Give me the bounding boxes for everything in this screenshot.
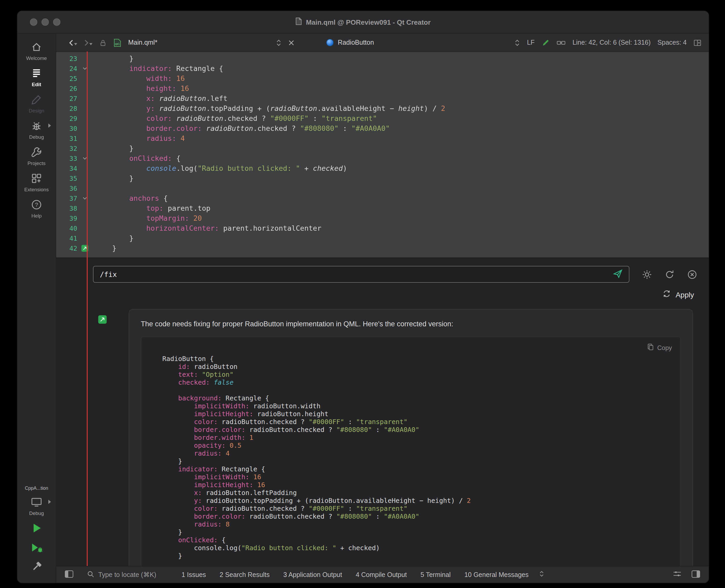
code-text: console.log("Radio button clicked: " + c… xyxy=(92,163,709,173)
line-number: 26 xyxy=(56,84,77,93)
editor-line[interactable]: 36 xyxy=(56,183,709,193)
radio-symbol-icon xyxy=(326,39,334,46)
sidebar-item-welcome[interactable]: Welcome xyxy=(17,38,56,64)
assistant-code-line: border.width: 1 xyxy=(162,434,671,441)
assistant-code-line: indicator: Rectangle { xyxy=(162,465,671,473)
bug-icon xyxy=(31,120,42,132)
nav-forward-button[interactable] xyxy=(84,39,92,46)
editor-line[interactable]: 38 top: parent.top xyxy=(56,203,709,213)
editor-line[interactable]: 33 onClicked: { xyxy=(56,153,709,163)
output-pane-issues[interactable]: 1 Issues xyxy=(182,571,206,578)
fold-marker-icon[interactable] xyxy=(77,64,92,74)
code-text: } xyxy=(92,144,709,153)
run-debug-button[interactable] xyxy=(30,541,43,556)
monitor-icon xyxy=(31,497,42,509)
assistant-code-line: implicitWidth: 16 xyxy=(162,473,671,481)
open-document-dropdown[interactable]: Main.qml* xyxy=(128,39,282,46)
right-sidebar-toggle-button[interactable] xyxy=(691,570,700,579)
editor-line[interactable]: 27 x: radioButton.left xyxy=(56,93,709,104)
editor-line[interactable]: 25 width: 16 xyxy=(56,74,709,84)
editor-line[interactable]: 37 anchors { xyxy=(56,193,709,203)
chevron-right-icon[interactable] xyxy=(48,124,51,128)
symbol-dropdown[interactable]: RadioButton xyxy=(326,39,374,46)
indent-settings[interactable]: Spaces: 4 xyxy=(658,39,687,46)
fold-marker-icon[interactable] xyxy=(77,193,92,203)
output-pane-general-messages[interactable]: 10 General Messages xyxy=(464,571,529,578)
close-window-button[interactable] xyxy=(30,18,37,26)
prompt-input[interactable]: /fix xyxy=(93,266,630,283)
editor-line[interactable]: 40 horizontalCenter: parent.horizontalCe… xyxy=(56,223,709,233)
copy-button[interactable]: Copy xyxy=(647,343,672,353)
history-caret-icon[interactable] xyxy=(74,43,77,45)
apply-button[interactable]: Apply xyxy=(56,290,694,299)
kit-selector[interactable]: CppA...tion xyxy=(25,485,48,491)
split-editor-button[interactable] xyxy=(694,39,701,46)
sidebar-item-projects[interactable]: Projects xyxy=(17,143,56,169)
link-editor-icon[interactable] xyxy=(556,39,566,46)
output-pane-compile-output[interactable]: 4 Compile Output xyxy=(356,571,407,578)
fold-margin xyxy=(77,144,92,153)
send-icon[interactable] xyxy=(613,269,622,280)
traffic-lights xyxy=(30,11,60,33)
svg-text:qml: qml xyxy=(115,42,120,45)
kit-debug-selector[interactable]: Debug xyxy=(17,496,56,517)
assistant-code: RadioButton { id: radioButton text: "Opt… xyxy=(162,355,671,560)
design-icon xyxy=(31,94,42,106)
assistant-avatar-icon xyxy=(98,315,107,326)
editor-line[interactable]: 24 indicator: Rectangle { xyxy=(56,64,709,74)
editor-line[interactable]: 23 } xyxy=(56,54,709,64)
cursor-position[interactable]: Line: 42, Col: 6 (Sel: 1316) xyxy=(572,39,651,46)
editor-line[interactable]: 28 y: radioButton.topPadding + (radioBut… xyxy=(56,104,709,113)
editor-line[interactable]: 35 } xyxy=(56,173,709,183)
copy-icon xyxy=(647,343,654,353)
editor-line[interactable]: 41 } xyxy=(56,233,709,243)
minimize-window-button[interactable] xyxy=(42,18,49,26)
annotate-pencil-icon[interactable] xyxy=(541,39,549,46)
fold-margin xyxy=(77,104,92,113)
editor-line[interactable]: 34 console.log("Radio button clicked: " … xyxy=(56,163,709,173)
file-name: Main.qml* xyxy=(128,39,157,46)
editor-line[interactable]: 32 } xyxy=(56,144,709,153)
code-text: y: radioButton.topPadding + (radioButton… xyxy=(92,104,709,113)
editor-line[interactable]: 39 topMargin: 20 xyxy=(56,213,709,223)
build-hammer-button[interactable] xyxy=(31,561,42,574)
fold-margin xyxy=(77,84,92,93)
output-pane-search-results[interactable]: 2 Search Results xyxy=(220,571,270,578)
nav-back-button[interactable] xyxy=(69,39,77,46)
editor-line[interactable]: 30 border.color: radioButton.checked ? "… xyxy=(56,124,709,133)
assistant-code-line: } xyxy=(162,457,671,465)
settings-button[interactable] xyxy=(642,269,652,279)
refresh-button[interactable] xyxy=(665,269,675,279)
editor-line[interactable]: 42 } xyxy=(56,243,709,253)
line-number: 29 xyxy=(56,113,77,124)
history-caret-icon[interactable] xyxy=(89,43,92,45)
updown-icon[interactable] xyxy=(276,39,282,46)
quick-fix-icon[interactable] xyxy=(77,243,92,253)
code-editor[interactable]: 23 }24 indicator: Rectangle {25 width: 1… xyxy=(56,52,709,258)
run-button[interactable] xyxy=(30,522,43,537)
sidebar-item-help[interactable]: ? Help xyxy=(17,195,56,222)
line-ending-select[interactable]: LF xyxy=(527,39,535,46)
sidebar-item-extensions[interactable]: Extensions xyxy=(17,169,56,195)
sidebar-toggle-button[interactable] xyxy=(65,570,73,579)
zoom-window-button[interactable] xyxy=(53,18,60,26)
editor-line[interactable]: 29 color: radioButton.checked ? "#0000FF… xyxy=(56,113,709,124)
locator-input[interactable]: Type to locate (⌘K) xyxy=(87,570,156,579)
output-options-button[interactable] xyxy=(673,570,682,579)
sidebar-item-debug[interactable]: Debug xyxy=(17,117,56,143)
close-panel-button[interactable] xyxy=(687,269,697,279)
editor-line[interactable]: 26 height: 16 xyxy=(56,84,709,93)
assistant-message: The code needs fixing for proper RadioBu… xyxy=(141,319,681,329)
output-pane-application-output[interactable]: 3 Application Output xyxy=(283,571,342,578)
editor-annotation-line xyxy=(87,51,88,566)
close-document-button[interactable] xyxy=(289,40,294,45)
pane-cycle-updown-icon[interactable] xyxy=(539,570,544,579)
editor-line[interactable]: 31 radius: 4 xyxy=(56,133,709,144)
fold-marker-icon[interactable] xyxy=(77,153,92,163)
chevron-right-icon[interactable] xyxy=(48,500,51,504)
output-pane-terminal[interactable]: 5 Terminal xyxy=(421,571,451,578)
assistant-code-line: implicitHeight: radioButton.height xyxy=(162,410,671,418)
sidebar-item-edit[interactable]: Edit xyxy=(17,64,56,90)
editor-toolbar: qml Main.qml* RadioButton LF xyxy=(56,34,709,52)
updown-icon[interactable] xyxy=(514,39,520,46)
